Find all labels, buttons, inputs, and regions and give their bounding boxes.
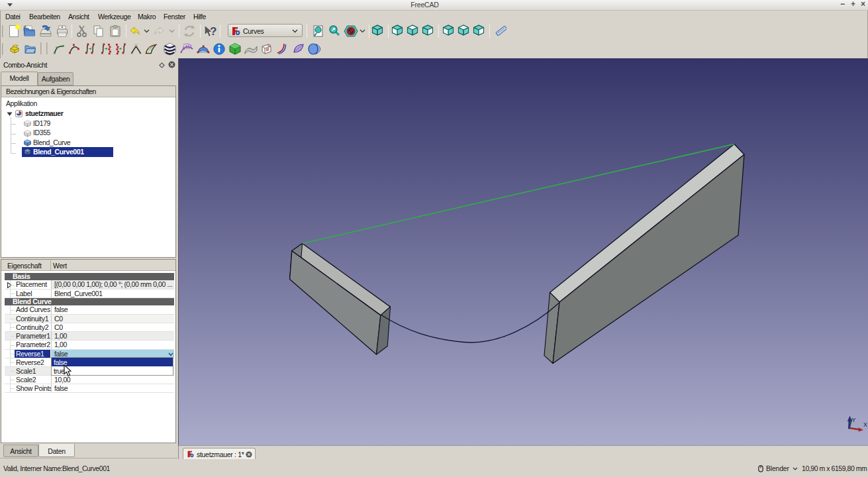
- svg-text:Y: Y: [852, 417, 856, 423]
- svg-text:X: X: [863, 421, 867, 428]
